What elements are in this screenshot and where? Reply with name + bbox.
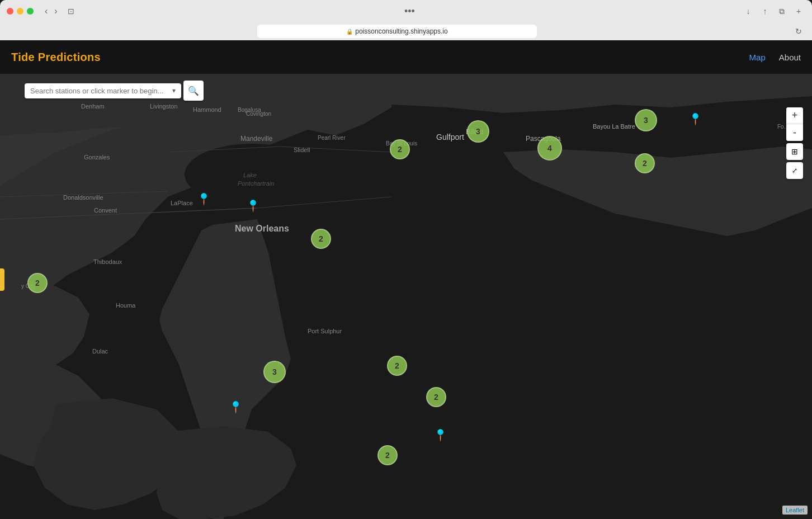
svg-text:Denham: Denham: [81, 103, 105, 110]
svg-text:Livingston: Livingston: [150, 103, 178, 110]
download-button[interactable]: ↓: [742, 4, 755, 18]
layers-icon: ⊞: [791, 147, 798, 156]
svg-text:Thibodaux: Thibodaux: [93, 258, 122, 265]
sidebar-toggle-button[interactable]: ⊡: [64, 6, 78, 17]
svg-text:Bayou La Batre: Bayou La Batre: [593, 123, 635, 130]
duplicate-button[interactable]: ⧉: [775, 4, 789, 18]
nav-map-link[interactable]: Map: [749, 53, 766, 62]
pin-marker-p4[interactable]: 📍: [229, 400, 243, 414]
cluster-marker-c11[interactable]: 2: [377, 445, 398, 465]
cluster-marker-c1[interactable]: 2: [390, 139, 410, 159]
svg-text:Slidell: Slidell: [294, 147, 310, 153]
url-text: poissonconsulting.shinyapps.io: [355, 27, 447, 35]
cluster-marker-c7[interactable]: 2: [27, 273, 48, 293]
cluster-marker-c2[interactable]: 3: [467, 120, 489, 143]
pin-marker-p5[interactable]: 📍: [433, 428, 447, 442]
leaflet-link[interactable]: Leaflet: [786, 507, 804, 513]
svg-text:Convent: Convent: [94, 207, 117, 214]
leaflet-attribution: Leaflet: [782, 506, 808, 515]
share-button[interactable]: ↑: [758, 4, 772, 18]
browser-toolbar: 🔒 poissonconsulting.shinyapps.io ↻: [0, 22, 812, 40]
left-tab: [0, 268, 4, 291]
reload-button[interactable]: ↻: [792, 25, 805, 38]
svg-text:Gulfport: Gulfport: [436, 133, 464, 141]
nav-about-link[interactable]: About: [779, 53, 801, 62]
map-container[interactable]: New Orleans Gulfport Bayou La Batre Bilo…: [0, 40, 812, 519]
search-bar: ▾ 🔍: [25, 81, 204, 101]
map-controls: + - ⊞ ⤢: [786, 107, 803, 179]
cluster-marker-c5[interactable]: 2: [635, 153, 655, 173]
cluster-marker-c9[interactable]: 2: [387, 356, 407, 376]
fullscreen-button[interactable]: ⤢: [786, 162, 803, 179]
pin-marker-p3[interactable]: 📍: [688, 112, 702, 126]
svg-text:Gonzales: Gonzales: [84, 154, 110, 161]
pin-marker-p2[interactable]: 📍: [246, 199, 260, 213]
svg-text:Dulac: Dulac: [92, 348, 108, 355]
svg-text:Houma: Houma: [116, 302, 136, 309]
search-button[interactable]: 🔍: [183, 81, 204, 101]
browser-actions: ↓ ↑ ⧉ +: [742, 4, 805, 18]
pin-marker-p1[interactable]: 📍: [197, 192, 211, 206]
fullscreen-icon: ⤢: [792, 167, 797, 174]
dropdown-arrow-icon[interactable]: ▾: [172, 87, 176, 95]
svg-text:Pearl River: Pearl River: [318, 135, 346, 141]
zoom-group: + -: [786, 107, 803, 141]
svg-text:Hammond: Hammond: [193, 106, 221, 113]
svg-text:Mandeville: Mandeville: [240, 135, 273, 143]
svg-text:Pontchartrain: Pontchartrain: [238, 180, 274, 187]
svg-text:Lake: Lake: [243, 172, 257, 178]
cluster-marker-c6[interactable]: 2: [311, 229, 331, 249]
layers-button[interactable]: ⊞: [786, 143, 803, 160]
cluster-marker-c3[interactable]: 4: [537, 136, 562, 161]
svg-text:Port Sulphur: Port Sulphur: [308, 328, 342, 334]
svg-text:New Orleans: New Orleans: [235, 224, 289, 233]
browser-chrome: ‹ › ⊡ ••• ↓ ↑ ⧉ + 🔒 poissonconsulting.sh…: [0, 0, 812, 40]
back-button[interactable]: ‹: [43, 5, 50, 17]
browser-titlebar: ‹ › ⊡ ••• ↓ ↑ ⧉ +: [0, 0, 812, 22]
top-nav: Tide Predictions Map About: [0, 40, 812, 74]
forward-button[interactable]: ›: [52, 5, 59, 17]
nav-buttons: ‹ ›: [43, 5, 60, 17]
svg-text:Donaldsonville: Donaldsonville: [63, 194, 103, 201]
app-container: New Orleans Gulfport Bayou La Batre Bilo…: [0, 40, 812, 519]
svg-text:Covington: Covington: [246, 111, 271, 117]
address-bar[interactable]: 🔒 poissonconsulting.shinyapps.io: [257, 25, 537, 38]
search-input-wrap[interactable]: ▾: [25, 83, 181, 98]
svg-text:LaPlace: LaPlace: [171, 200, 193, 206]
lock-icon: 🔒: [346, 29, 353, 35]
search-input[interactable]: [30, 87, 172, 95]
cluster-marker-c8[interactable]: 3: [263, 361, 286, 383]
minimize-button[interactable]: [17, 8, 23, 15]
app-title: Tide Predictions: [11, 51, 101, 64]
cluster-marker-c4[interactable]: 3: [635, 109, 657, 131]
zoom-out-button[interactable]: -: [786, 124, 803, 141]
zoom-in-button[interactable]: +: [786, 107, 803, 124]
close-button[interactable]: [7, 8, 13, 15]
maximize-button[interactable]: [27, 8, 34, 15]
tab-dots: •••: [404, 6, 415, 17]
nav-links: Map About: [749, 53, 801, 62]
new-tab-button[interactable]: +: [792, 4, 805, 18]
cluster-marker-c10[interactable]: 2: [426, 387, 446, 407]
traffic-lights: [7, 8, 34, 15]
search-icon: 🔍: [188, 86, 199, 96]
